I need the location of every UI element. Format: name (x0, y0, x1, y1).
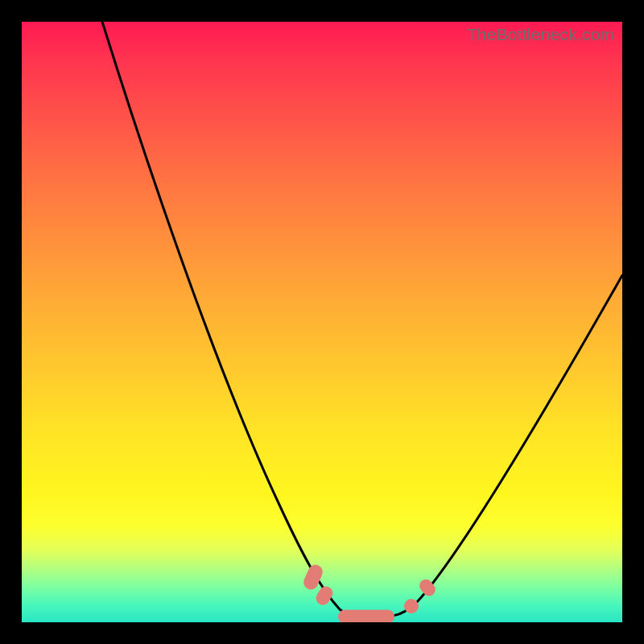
svg-rect-2 (338, 610, 394, 623)
bead-right-lower (404, 599, 419, 613)
curve-path (102, 22, 622, 617)
chart-frame: TheBottleneck.com (0, 0, 644, 644)
watermark-text: TheBottleneck.com (467, 25, 614, 44)
bottleneck-curve (22, 22, 622, 622)
svg-rect-1 (313, 584, 335, 607)
bead-left-lower (313, 584, 335, 607)
bead-floor (338, 610, 394, 623)
plot-area: TheBottleneck.com (22, 22, 622, 622)
